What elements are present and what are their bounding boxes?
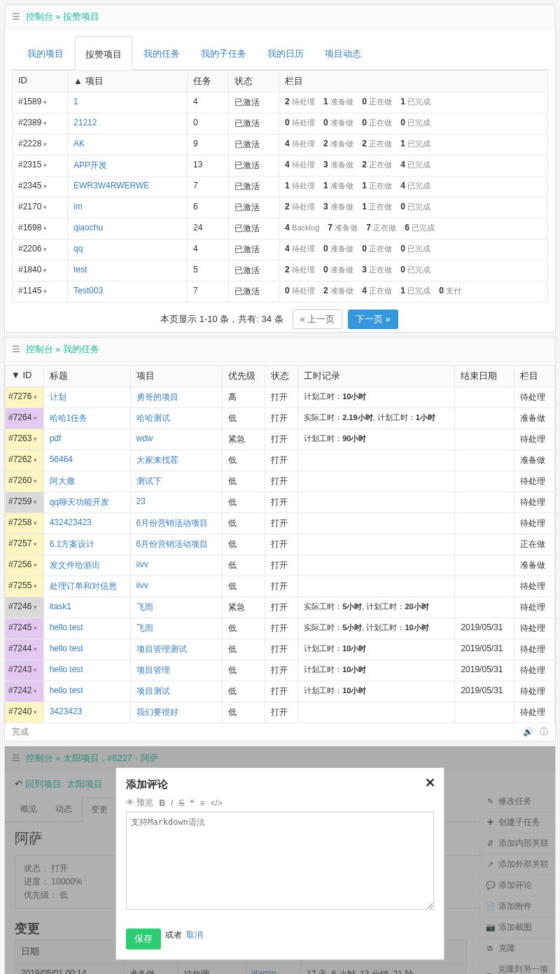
row-project[interactable]: EWR3W4RWERWE: [68, 176, 188, 197]
toolbar-btn[interactable]: 👁 预览: [126, 797, 153, 809]
row-project[interactable]: 项目管理: [130, 660, 222, 681]
row-title[interactable]: itask1: [43, 597, 130, 618]
tab-项目动态[interactable]: 项目动态: [315, 36, 371, 69]
row-id[interactable]: #2345: [13, 176, 68, 197]
col-tasks[interactable]: 任务: [188, 71, 229, 92]
row-id[interactable]: #7246: [6, 597, 44, 618]
row-title[interactable]: 432423423: [43, 513, 130, 534]
row-project[interactable]: APP开发: [68, 155, 188, 176]
col-due[interactable]: 结束日期: [455, 366, 514, 387]
tab-按赞项目[interactable]: 按赞项目: [75, 36, 132, 70]
tab-我的项目[interactable]: 我的项目: [18, 36, 74, 69]
row-id[interactable]: #2170: [13, 197, 68, 218]
row-id[interactable]: #2389: [13, 113, 68, 134]
row-title[interactable]: pdf: [43, 429, 130, 450]
help-icon[interactable]: ⓘ: [540, 727, 548, 737]
row-id[interactable]: #7240: [6, 702, 44, 723]
row-project[interactable]: iivv: [130, 555, 222, 576]
row-title[interactable]: 发文件给游街: [43, 555, 130, 576]
col-time[interactable]: 工时记录: [298, 366, 455, 387]
next-page-button[interactable]: 下一页 »: [348, 309, 398, 329]
col-project[interactable]: ▲ 项目: [68, 71, 188, 92]
row-project[interactable]: 我们要很好: [130, 702, 222, 723]
row-project[interactable]: 大家来找茬: [130, 450, 222, 471]
row-title[interactable]: 计划: [43, 387, 130, 408]
tab-我的任务[interactable]: 我的任务: [134, 36, 190, 69]
toolbar-btn[interactable]: ❝: [190, 798, 194, 808]
prev-page-button[interactable]: « 上一页: [293, 309, 343, 329]
row-title[interactable]: hello test: [43, 681, 130, 702]
toolbar-btn[interactable]: B: [159, 798, 165, 808]
sound-icon[interactable]: 🔊: [523, 727, 533, 737]
row-project[interactable]: test: [68, 260, 188, 281]
col-status[interactable]: 状态: [228, 71, 279, 92]
row-id[interactable]: #7244: [6, 639, 44, 660]
col-id[interactable]: ID: [13, 71, 68, 92]
row-id[interactable]: #7264: [6, 408, 44, 429]
row-title[interactable]: 哈哈1任务: [43, 408, 130, 429]
col-project[interactable]: 项目: [130, 366, 222, 387]
row-project[interactable]: qq: [68, 239, 188, 260]
row-id[interactable]: #7260: [6, 471, 44, 492]
row-title[interactable]: 处理订单和对信息: [43, 576, 130, 597]
row-title[interactable]: 56464: [43, 450, 130, 471]
row-id[interactable]: #7263: [6, 429, 44, 450]
row-title[interactable]: qq聊天功能开发: [43, 492, 130, 513]
row-project[interactable]: AK: [68, 134, 188, 155]
col-column[interactable]: 栏目: [514, 366, 554, 387]
row-id[interactable]: #7262: [6, 450, 44, 471]
row-id[interactable]: #7256: [6, 555, 44, 576]
row-id[interactable]: #7259: [6, 492, 44, 513]
row-id[interactable]: #2228: [13, 134, 68, 155]
row-id[interactable]: #7243: [6, 660, 44, 681]
row-title[interactable]: 阿大撒: [43, 471, 130, 492]
row-project[interactable]: 1: [68, 92, 188, 113]
row-project[interactable]: qiaochu: [68, 218, 188, 239]
row-project[interactable]: 哈哈测试: [130, 408, 222, 429]
row-title[interactable]: 3423423: [43, 702, 130, 723]
row-project[interactable]: 项目管理测试: [130, 639, 222, 660]
tab-我的日历[interactable]: 我的日历: [258, 36, 314, 69]
row-title[interactable]: hello test: [43, 618, 130, 639]
toolbar-btn[interactable]: </>: [210, 798, 222, 808]
col-status[interactable]: 状态: [265, 366, 298, 387]
row-project[interactable]: 23: [130, 492, 222, 513]
row-id[interactable]: #1145: [13, 281, 68, 302]
toolbar-btn[interactable]: S: [178, 798, 184, 808]
row-id[interactable]: #1840: [13, 260, 68, 281]
toolbar-btn[interactable]: I: [171, 798, 173, 808]
row-project[interactable]: 6月份营销活动项目: [130, 534, 222, 555]
row-id[interactable]: #7245: [6, 618, 44, 639]
close-icon[interactable]: ✕: [425, 775, 435, 791]
row-project[interactable]: wdw: [130, 429, 222, 450]
cancel-link[interactable]: 取消: [186, 929, 203, 941]
col-columns[interactable]: 栏目: [279, 71, 548, 92]
col-id[interactable]: ▼ ID: [6, 366, 44, 387]
col-title[interactable]: 标题: [43, 366, 130, 387]
row-project[interactable]: 勇哥的项目: [130, 387, 222, 408]
row-project[interactable]: im: [68, 197, 188, 218]
row-id[interactable]: #7242: [6, 681, 44, 702]
row-project[interactable]: 项目测试: [130, 681, 222, 702]
row-project[interactable]: 测试下: [130, 471, 222, 492]
row-id[interactable]: #2315: [13, 155, 68, 176]
row-project[interactable]: 飞雨: [130, 597, 222, 618]
row-project[interactable]: Test003: [68, 281, 188, 302]
row-project[interactable]: iivv: [130, 576, 222, 597]
row-id[interactable]: #1589: [13, 92, 68, 113]
menu-icon[interactable]: ☰: [12, 344, 20, 354]
row-project[interactable]: 6月份营销活动项目: [130, 513, 222, 534]
row-id[interactable]: #7255: [6, 576, 44, 597]
row-id[interactable]: #7257: [6, 534, 44, 555]
row-project[interactable]: 飞雨: [130, 618, 222, 639]
row-id[interactable]: #7258: [6, 513, 44, 534]
row-id[interactable]: #2206: [13, 239, 68, 260]
col-priority[interactable]: 优先级: [222, 366, 265, 387]
row-title[interactable]: hello test: [43, 639, 130, 660]
row-title[interactable]: hello test: [43, 660, 130, 681]
row-id[interactable]: #1698: [13, 218, 68, 239]
row-id[interactable]: #7276: [6, 387, 44, 408]
menu-icon[interactable]: ☰: [12, 11, 20, 22]
breadcrumb-dashboard[interactable]: 控制台: [26, 344, 53, 354]
save-button[interactable]: 保存: [126, 928, 161, 949]
